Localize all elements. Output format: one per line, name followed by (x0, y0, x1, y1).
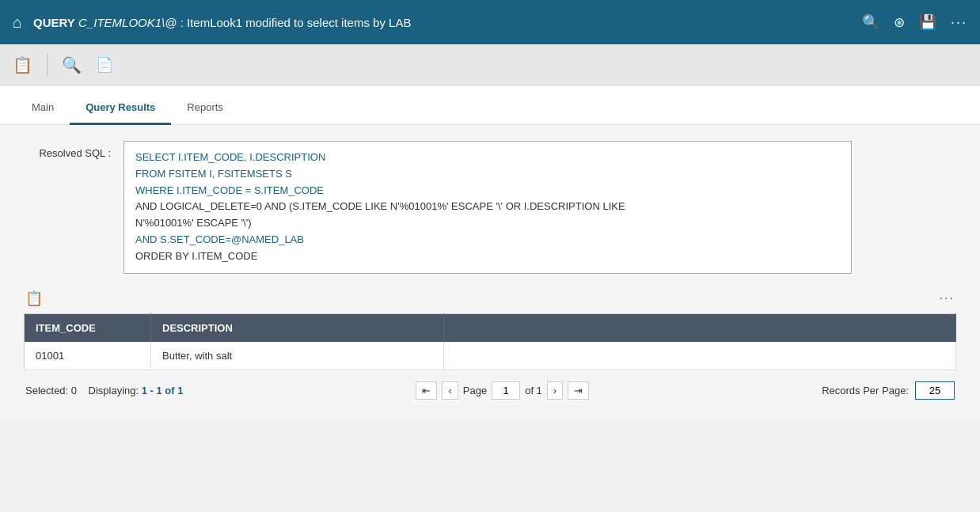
toolbar: 📋 🔍 📄 (0, 44, 980, 85)
table-row: 01001 Butter, with salt (25, 342, 956, 370)
next-page-button[interactable]: › (547, 381, 563, 400)
results-toolbar: 📋 ··· (24, 290, 956, 307)
resolved-sql-label: Resolved SQL : (24, 141, 111, 159)
displaying-label: Displaying: (89, 385, 139, 396)
header-left: ⌂ QUERY C_ITEMLOOK1\@ : ItemLook1 modifi… (13, 13, 411, 32)
selected-label: Selected: (25, 385, 71, 396)
cell-item-code: 01001 (25, 342, 151, 370)
binoculars-icon[interactable]: 🔍 (62, 55, 82, 74)
last-page-button[interactable]: ⇥ (568, 381, 589, 400)
sql-line-1: SELECT I.ITEM_CODE, I.DESCRIPTION (135, 150, 840, 166)
tab-query-results[interactable]: Query Results (70, 92, 171, 125)
pagination-bar: Selected: 0 Displaying: 1 - 1 of 1 ⇤ ‹ P… (24, 378, 956, 403)
pagination-controls: ⇤ ‹ Page of 1 › ⇥ (416, 381, 589, 400)
home-icon[interactable]: ⌂ (13, 13, 22, 32)
records-per-page-label: Records Per Page: (822, 385, 909, 396)
total-pages-label: of 1 (525, 385, 542, 396)
prev-page-button[interactable]: ‹ (442, 381, 458, 400)
sql-line-7: ORDER BY I.ITEM_CODE (135, 248, 840, 265)
selected-count: 0 (71, 385, 77, 396)
sql-line-2: FROM FSITEM I, FSITEMSETS S (135, 166, 840, 183)
export-icon[interactable]: 📄 (96, 56, 113, 74)
query-keyword: QUERY (33, 16, 75, 29)
cell-extra (444, 342, 956, 370)
data-table: ITEM_CODE DESCRIPTION 01001 Butter, with… (24, 313, 956, 370)
sql-box: SELECT I.ITEM_CODE, I.DESCRIPTION FROM F… (123, 141, 852, 274)
page-label: Page (463, 385, 487, 396)
column-header-extra (444, 313, 956, 342)
column-header-description: DESCRIPTION (151, 313, 444, 342)
sql-section: Resolved SQL : SELECT I.ITEM_CODE, I.DES… (24, 141, 956, 274)
search-icon[interactable]: 🔍 (862, 13, 879, 31)
results-more-icon[interactable]: ··· (940, 291, 955, 305)
sql-line-4: AND LOGICAL_DELETE=0 AND (S.ITEM_CODE LI… (135, 199, 840, 215)
header-title: QUERY C_ITEMLOOK1\@ : ItemLook1 modified… (33, 16, 411, 29)
main-content: Resolved SQL : SELECT I.ITEM_CODE, I.DES… (0, 125, 980, 419)
toolbar-divider (47, 53, 47, 77)
column-header-item-code: ITEM_CODE (25, 313, 151, 342)
records-per-page-section: Records Per Page: (822, 381, 955, 400)
records-per-page-input[interactable] (915, 381, 955, 400)
query-name: C_ITEMLOOK1\@ (78, 16, 177, 29)
sql-line-5: N'%01001%' ESCAPE '\') (135, 215, 840, 232)
page-number-input[interactable] (492, 381, 520, 400)
more-menu-icon[interactable]: ··· (951, 14, 967, 31)
filter-icon[interactable]: ⊛ (894, 14, 905, 31)
sql-line-3: WHERE I.ITEM_CODE = S.ITEM_CODE (135, 183, 840, 199)
sql-line-6: AND S.SET_CODE=@NAMED_LAB (135, 232, 840, 248)
clipboard-icon[interactable]: 📋 (13, 55, 32, 74)
tabs-bar: Main Query Results Reports (0, 85, 980, 125)
app-header: ⌂ QUERY C_ITEMLOOK1\@ : ItemLook1 modifi… (0, 0, 980, 44)
tab-main[interactable]: Main (16, 92, 70, 125)
tab-reports[interactable]: Reports (171, 92, 239, 125)
pagination-info: Selected: 0 Displaying: 1 - 1 of 1 (25, 385, 183, 396)
results-icon[interactable]: 📋 (25, 290, 43, 307)
header-right: 🔍 ⊛ 💾 ··· (862, 13, 967, 31)
first-page-button[interactable]: ⇤ (416, 381, 437, 400)
table-header-row: ITEM_CODE DESCRIPTION (25, 313, 956, 342)
displaying-range: 1 - 1 of 1 (142, 385, 184, 396)
save-icon[interactable]: 💾 (919, 13, 936, 31)
query-desc: : ItemLook1 modified to select items by … (180, 16, 412, 29)
cell-description: Butter, with salt (151, 342, 444, 370)
